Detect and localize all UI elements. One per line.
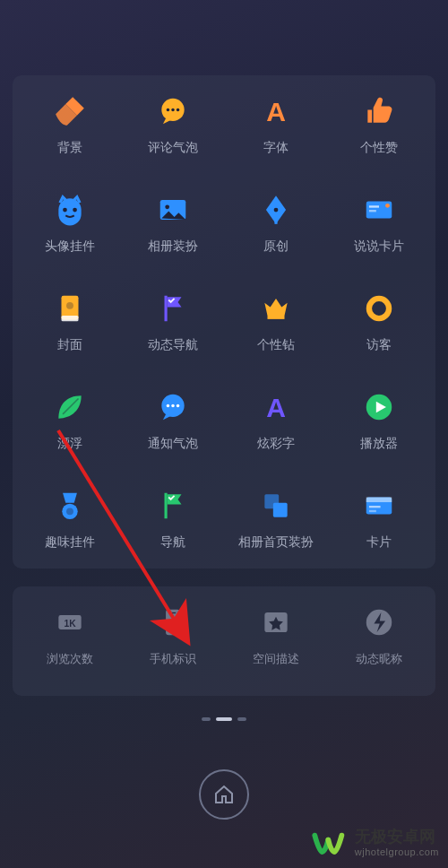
home-button[interactable]: [199, 769, 249, 820]
space-desc-item[interactable]: 空间描述: [224, 603, 327, 681]
background-item[interactable]: 背景: [18, 91, 121, 170]
dynamic-nickname-icon: [359, 603, 399, 642]
album-decor-label: 相册装扮: [148, 239, 198, 255]
comment-bubble-icon: [153, 91, 193, 131]
nav-item[interactable]: 导航: [121, 486, 224, 565]
player-label: 播放器: [360, 436, 398, 452]
page-dot-0[interactable]: [202, 717, 211, 721]
dynamic-nav-icon: [153, 289, 193, 328]
dynamic-nickname-label: 动态昵称: [356, 651, 402, 667]
player-icon: [359, 387, 399, 427]
font-item[interactable]: 字体: [224, 91, 327, 170]
album-decor-icon: [153, 190, 193, 230]
visitor-icon: [359, 289, 399, 328]
page-dot-1[interactable]: [216, 717, 232, 721]
album-decor-item[interactable]: 相册装扮: [121, 190, 224, 269]
original-item[interactable]: 原创: [224, 190, 327, 269]
fun-pendant-icon: [50, 486, 90, 525]
avatar-pendant-label: 头像挂件: [45, 239, 95, 255]
watermark-logo-icon: [312, 825, 348, 861]
cover-icon: [50, 289, 90, 328]
watermark-name: 无极安卓网: [355, 829, 439, 846]
avatar-pendant-item[interactable]: 头像挂件: [18, 190, 121, 269]
diamond-icon: [256, 289, 296, 328]
card-icon: [359, 486, 399, 525]
cover-label: 封面: [57, 337, 82, 353]
view-count-label: 浏览次数: [47, 651, 93, 667]
space-desc-label: 空间描述: [253, 651, 299, 667]
color-font-label: 炫彩字: [257, 436, 295, 452]
watermark: 无极安卓网 wjhotelgroup.com: [312, 825, 439, 861]
background-label: 背景: [57, 140, 82, 156]
like-label: 个性赞: [360, 140, 398, 156]
space-desc-icon: [256, 603, 296, 642]
card-item[interactable]: 卡片: [327, 486, 430, 565]
pagination-dots[interactable]: [0, 717, 448, 721]
phone-id-label: 手机标识: [150, 651, 196, 667]
talk-card-icon: [359, 190, 399, 230]
float-item[interactable]: 漂浮: [18, 387, 121, 466]
comment-bubble-item[interactable]: 评论气泡: [121, 91, 224, 170]
comment-bubble-label: 评论气泡: [148, 140, 198, 156]
view-count-icon: [50, 603, 90, 642]
avatar-pendant-icon: [50, 190, 90, 230]
fun-pendant-label: 趣味挂件: [45, 534, 95, 551]
notify-bubble-item[interactable]: 通知气泡: [121, 387, 224, 466]
like-icon: [359, 91, 399, 131]
dynamic-nav-item[interactable]: 动态导航: [121, 289, 224, 368]
nav-icon: [153, 486, 193, 525]
diamond-label: 个性钻: [257, 337, 295, 353]
float-label: 漂浮: [57, 436, 82, 452]
phone-id-item[interactable]: 手机标识: [121, 603, 224, 681]
visitor-label: 访客: [366, 337, 392, 353]
color-font-icon: [256, 387, 296, 427]
album-home-decor-label: 相册首页装扮: [238, 534, 314, 551]
like-item[interactable]: 个性赞: [327, 91, 430, 170]
dynamic-nav-label: 动态导航: [148, 337, 198, 353]
color-font-item[interactable]: 炫彩字: [224, 387, 327, 466]
home-icon: [213, 784, 235, 805]
talk-card-label: 说说卡片: [354, 239, 404, 255]
visitor-item[interactable]: 访客: [327, 289, 430, 368]
album-home-decor-item[interactable]: 相册首页装扮: [224, 486, 327, 565]
float-icon: [50, 387, 90, 427]
watermark-site: wjhotelgroup.com: [355, 846, 439, 857]
view-count-item[interactable]: 浏览次数: [18, 603, 121, 681]
notify-bubble-icon: [153, 387, 193, 427]
font-icon: [256, 91, 296, 131]
card-label: 卡片: [366, 534, 392, 551]
background-icon: [50, 91, 90, 131]
original-label: 原创: [263, 239, 289, 255]
notify-bubble-label: 通知气泡: [148, 436, 198, 452]
font-label: 字体: [263, 140, 289, 156]
main-features-panel: 背景评论气泡字体个性赞头像挂件相册装扮原创说说卡片封面动态导航个性钻访客漂浮通知…: [13, 75, 435, 569]
page-dot-2[interactable]: [237, 717, 246, 721]
cover-item[interactable]: 封面: [18, 289, 121, 368]
fun-pendant-item[interactable]: 趣味挂件: [18, 486, 121, 565]
dynamic-nickname-item[interactable]: 动态昵称: [327, 603, 430, 681]
sub-grid: 浏览次数手机标识空间描述动态昵称: [18, 603, 430, 681]
album-home-decor-icon: [256, 486, 296, 525]
talk-card-item[interactable]: 说说卡片: [327, 190, 430, 269]
original-icon: [256, 190, 296, 230]
diamond-item[interactable]: 个性钻: [224, 289, 327, 368]
secondary-features-panel: 浏览次数手机标识空间描述动态昵称: [13, 586, 435, 696]
phone-id-icon: [153, 603, 193, 642]
nav-label: 导航: [160, 534, 185, 551]
main-grid: 背景评论气泡字体个性赞头像挂件相册装扮原创说说卡片封面动态导航个性钻访客漂浮通知…: [18, 91, 430, 565]
player-item[interactable]: 播放器: [327, 387, 430, 466]
